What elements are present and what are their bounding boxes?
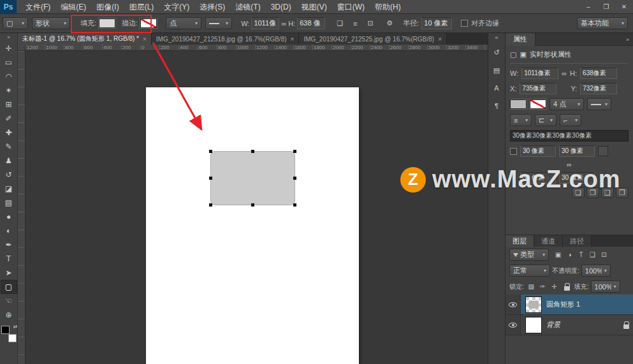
link-wh-icon[interactable]: ∞ [562, 69, 567, 77]
document-tab[interactable]: IMG_20190427_212525.jpg @ 16.7%(RGB/8) × [299, 33, 447, 45]
zoom-tool[interactable]: ⊕ [1, 308, 17, 322]
document-page[interactable] [146, 87, 359, 364]
lock-image-pixels-button[interactable]: ✑ [537, 281, 548, 292]
radius-bottom-left-field[interactable]: 30 像素 [520, 172, 556, 184]
layer-row-background[interactable]: 背景 [506, 315, 633, 335]
anchor-handle[interactable] [209, 203, 212, 207]
history-panel-icon[interactable]: ↺ [490, 46, 504, 59]
align-edges-checkbox[interactable] [461, 20, 468, 27]
anchor-handle[interactable] [293, 203, 296, 207]
path-selection-tool[interactable]: ➤ [1, 266, 17, 280]
fill-opacity-select[interactable]: 100% [591, 280, 620, 293]
canvas-area[interactable] [25, 51, 488, 364]
stroke-align-option[interactable]: ≡ [510, 114, 532, 126]
character-panel-icon[interactable]: A [490, 82, 504, 94]
shape-tool[interactable]: ▢ [1, 280, 17, 294]
layer-row-rounded-rectangle[interactable]: 圆角矩形 1 [506, 295, 633, 315]
workspace-switcher[interactable]: 基本功能 [577, 17, 628, 29]
rounded-rectangle-shape[interactable] [210, 151, 295, 205]
tab-close-icon[interactable]: × [291, 36, 295, 43]
radius-checkbox[interactable] [510, 148, 517, 155]
link-dimensions-icon[interactable]: ∞ [281, 20, 286, 27]
panel-collapse-icon[interactable]: » [626, 36, 633, 43]
foreground-color-swatch[interactable] [1, 326, 10, 334]
tab-close-icon[interactable]: × [143, 36, 147, 43]
properties-action-button-4[interactable]: ❒ [616, 187, 629, 198]
shape-x-field[interactable]: 735像素 [520, 83, 557, 94]
menu-item[interactable]: 文字(Y) [159, 0, 194, 14]
history-brush-tool[interactable]: ↺ [1, 168, 17, 182]
menu-item[interactable]: 图层(L) [124, 0, 159, 14]
info-panel-icon[interactable]: ▤ [490, 64, 504, 76]
marquee-tool[interactable]: ▭ [1, 55, 17, 69]
layers-tab[interactable]: 路径 [563, 235, 592, 247]
anchor-handle[interactable] [251, 203, 254, 207]
link-radius-icon[interactable]: ∞ [567, 161, 572, 168]
shape-layer-thumbnail[interactable] [525, 296, 542, 313]
brush-tool[interactable]: ✎ [1, 140, 17, 154]
shape-width-field[interactable]: 1011像素 [521, 68, 558, 79]
ruler-corner[interactable] [18, 45, 25, 51]
properties-action-button-2[interactable]: ❐ [586, 187, 599, 198]
lock-all-button[interactable] [562, 281, 572, 292]
radius-summary-field[interactable]: 30像素30像素30像素30像素 [510, 130, 629, 142]
anchor-handle[interactable] [293, 177, 296, 180]
tool-mode-select[interactable]: 形状 [32, 17, 70, 29]
properties-title-tab[interactable]: 属性 [506, 33, 535, 46]
close-button[interactable]: ✕ [615, 0, 633, 14]
stroke-type-select[interactable] [205, 17, 232, 29]
stroke-cap-option[interactable]: ⊏ [535, 114, 557, 126]
shape-fill-swatch[interactable] [510, 99, 527, 109]
restore-button[interactable]: ❐ [597, 0, 615, 14]
anchor-handle[interactable] [209, 177, 212, 180]
layers-tab[interactable]: 通道 [534, 235, 563, 247]
crop-tool[interactable]: ⊞ [1, 98, 17, 112]
menu-item[interactable]: 视图(V) [296, 0, 332, 14]
shape-stroke-type-select[interactable] [587, 98, 611, 110]
layer-name[interactable]: 圆角矩形 1 [546, 300, 580, 309]
tab-close-icon[interactable]: × [438, 36, 442, 43]
tool-preset-picker[interactable]: ▢ [3, 17, 28, 29]
stroke-color-swatch[interactable] [140, 18, 157, 28]
dodge-tool[interactable]: ◐ [1, 224, 17, 238]
lock-position-button[interactable]: ✛ [549, 281, 560, 292]
stroke-width-select[interactable]: 点 [166, 17, 201, 29]
swap-colors-icon[interactable]: ⇄ [13, 324, 18, 330]
radius-icon-box[interactable] [598, 146, 608, 156]
properties-action-button-3[interactable]: ❑ [601, 187, 614, 198]
layer-filter-select[interactable]: 类型 [509, 249, 549, 261]
document-tab[interactable]: IMG_20190427_212518.jpg @ 16.7%(RGB/8) × [152, 33, 300, 45]
anchor-handle[interactable] [209, 150, 212, 153]
shape-height-field[interactable]: 638像素 [580, 68, 617, 79]
minimize-button[interactable]: – [579, 0, 597, 14]
filter-type-layers-icon[interactable]: T [576, 249, 586, 260]
quick-selection-tool[interactable]: ✶ [1, 84, 17, 98]
path-operations-button[interactable]: ❑ [333, 17, 347, 30]
app-logo-icon[interactable]: Ps [0, 0, 17, 14]
type-tool[interactable]: T [1, 252, 17, 266]
hand-tool[interactable]: ☜ [1, 294, 17, 308]
filter-pixel-layers-icon[interactable]: ▣ [553, 249, 564, 260]
menu-item[interactable]: 编辑(E) [55, 0, 91, 14]
layer-name[interactable]: 背景 [546, 320, 560, 330]
anchor-handle[interactable] [293, 150, 296, 153]
path-alignment-button[interactable]: ≡ [348, 17, 362, 30]
menu-item[interactable]: 滤镜(T) [230, 0, 265, 14]
width-field[interactable]: 1011像 [251, 17, 279, 29]
radius-top-right-field[interactable]: 30 像素 [559, 145, 595, 157]
gradient-tool[interactable]: ▤ [1, 196, 17, 210]
radius-field[interactable]: 10 像素 [421, 17, 452, 29]
anchor-handle[interactable] [251, 150, 254, 153]
menu-item[interactable]: 图像(I) [91, 0, 124, 14]
shape-y-field[interactable]: 732像素 [580, 83, 617, 94]
document-tab[interactable]: 未标题-1 @ 16.7% (圆角矩形 1, RGB/8) * × [18, 33, 152, 45]
blend-mode-select[interactable]: 正常 [509, 265, 550, 277]
eyedropper-tool[interactable]: ✐ [1, 112, 17, 126]
eraser-tool[interactable]: ◪ [1, 182, 17, 196]
menu-item[interactable]: 窗口(W) [332, 0, 370, 14]
blur-tool[interactable]: ● [1, 210, 17, 224]
properties-action-button-1[interactable]: ❏ [572, 187, 585, 198]
layer-visibility-toggle[interactable] [506, 295, 521, 314]
layer-visibility-toggle[interactable] [506, 315, 521, 335]
radius-bottom-right-field[interactable]: 30 像素 [559, 172, 595, 184]
